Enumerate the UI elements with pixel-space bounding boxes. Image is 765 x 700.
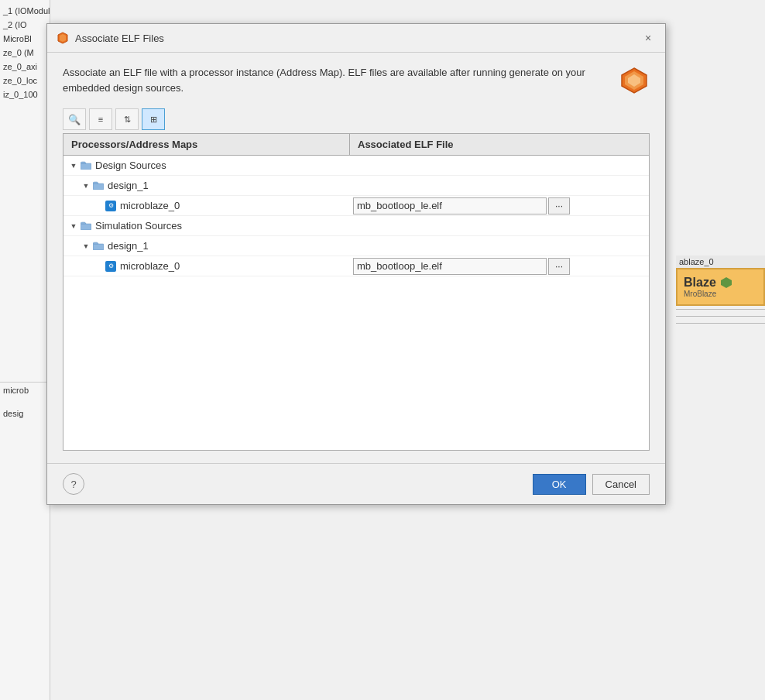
sidebar-microblaze-label: microb bbox=[0, 382, 50, 398]
microblaze0b-elf-cell: ··· bbox=[350, 258, 649, 275]
table-row: ▼ Design Sources bbox=[63, 156, 649, 176]
vivado-logo-icon bbox=[619, 65, 650, 96]
svg-rect-8 bbox=[81, 224, 91, 230]
design1b-folder-icon bbox=[93, 241, 104, 252]
footer-buttons: OK Cancel bbox=[533, 474, 650, 495]
microblaze0b-label: microblaze_0 bbox=[118, 260, 180, 272]
table-row: ▼ design_1 bbox=[63, 236, 649, 256]
browse-button-1[interactable]: ··· bbox=[548, 197, 570, 214]
sidebar-item-3: MicroBl bbox=[0, 32, 50, 46]
design-sources-expand[interactable]: ▼ bbox=[68, 160, 79, 171]
search-button[interactable]: 🔍 bbox=[63, 108, 86, 130]
design1b-cell: ▼ design_1 bbox=[63, 240, 350, 252]
cancel-button[interactable]: Cancel bbox=[592, 474, 650, 495]
design1a-cell: ▼ design_1 bbox=[63, 180, 350, 191]
design-sources-folder-icon bbox=[81, 160, 91, 171]
simulation-sources-folder-icon bbox=[81, 221, 91, 232]
microblaze0a-elf-cell: ··· bbox=[350, 197, 649, 214]
microblaze-card: Blaze MroBlaze bbox=[676, 268, 765, 306]
browse-button-2[interactable]: ··· bbox=[548, 258, 570, 275]
microblaze0b-cell: ⚙ microblaze_0 bbox=[63, 260, 350, 272]
elf-table: Processors/Address Maps Associated ELF F… bbox=[63, 133, 650, 451]
description-text: Associate an ELF file with a processor i… bbox=[63, 65, 606, 95]
table-row: ▼ design_1 bbox=[63, 176, 649, 196]
elf-input-wrapper-2: ··· bbox=[353, 258, 570, 275]
dialog-body: Associate an ELF file with a processor i… bbox=[47, 53, 665, 463]
right-panel-title: ablaze_0 bbox=[676, 256, 765, 268]
mb-card-logo-icon bbox=[719, 276, 733, 290]
simulation-sources-label: Simulation Sources bbox=[93, 220, 182, 232]
microblaze0b-processor-icon: ⚙ bbox=[105, 261, 116, 272]
mb-card-subtitle: MroBlaze bbox=[684, 290, 757, 298]
titlebar-left: Associate ELF Files bbox=[57, 32, 164, 44]
separator-lines bbox=[676, 309, 765, 324]
dialog-footer: ? OK Cancel bbox=[47, 463, 665, 504]
indent-2: ▼ design_1 bbox=[81, 180, 149, 191]
elf-input-1[interactable] bbox=[353, 197, 547, 214]
left-sidebar: _1 (IOModule:3.1) _2 (IO MicroBl ze_0 (M… bbox=[0, 0, 50, 700]
table-header: Processors/Address Maps Associated ELF F… bbox=[63, 134, 649, 156]
description-section: Associate an ELF file with a processor i… bbox=[63, 65, 650, 96]
simulation-sources-cell: ▼ Simulation Sources bbox=[63, 220, 350, 232]
expand-button[interactable]: ⇅ bbox=[115, 108, 139, 130]
design1b-label: design_1 bbox=[105, 240, 149, 252]
sep-line-2 bbox=[676, 316, 765, 317]
microblaze0a-cell: ⚙ microblaze_0 bbox=[63, 200, 350, 211]
elf-input-2[interactable] bbox=[353, 258, 547, 275]
sidebar-design-label: desig bbox=[0, 406, 50, 421]
svg-rect-6 bbox=[81, 163, 91, 170]
tree-area: ▼ Design Sources bbox=[63, 156, 649, 450]
indent-1b: ▼ Simulation Sources bbox=[68, 220, 182, 232]
toolbar: 🔍 ≡ ⇅ ⊞ bbox=[63, 108, 650, 130]
design-sources-cell: ▼ Design Sources bbox=[63, 160, 350, 171]
mb-card-title: Blaze bbox=[684, 276, 757, 290]
expand-icon: ⇅ bbox=[124, 115, 131, 125]
sidebar-item-7: iz_0_100 bbox=[0, 88, 50, 101]
elf-icon bbox=[57, 32, 69, 44]
microblaze0a-label: microblaze_0 bbox=[118, 200, 180, 211]
elf-input-wrapper-1: ··· bbox=[353, 197, 570, 214]
sidebar-item-6: ze_0_loc bbox=[0, 74, 50, 88]
collapse-button[interactable]: ≡ bbox=[89, 108, 112, 130]
close-button[interactable]: × bbox=[640, 30, 656, 46]
indent-1: ▼ Design Sources bbox=[68, 160, 166, 171]
simulation-sources-expand[interactable]: ▼ bbox=[68, 221, 79, 232]
table-row: ▼ Simulation Sources bbox=[63, 216, 649, 236]
dialog-title-icon bbox=[57, 32, 69, 44]
vivado-logo bbox=[619, 65, 650, 96]
collapse-icon: ≡ bbox=[98, 115, 103, 124]
dialog-titlebar: Associate ELF Files × bbox=[47, 24, 665, 53]
indent-2b: ▼ design_1 bbox=[81, 240, 149, 252]
sidebar-item-1: _1 (IOModule:3.1) bbox=[0, 4, 50, 18]
design-sources-label: Design Sources bbox=[93, 160, 166, 171]
help-button[interactable]: ? bbox=[63, 473, 84, 495]
svg-marker-0 bbox=[721, 277, 732, 288]
col2-header: Associated ELF File bbox=[350, 134, 649, 155]
svg-marker-2 bbox=[60, 34, 66, 42]
microblaze0a-processor-icon: ⚙ bbox=[105, 201, 116, 211]
ok-button[interactable]: OK bbox=[533, 474, 586, 495]
right-panel: ablaze_0 Blaze MroBlaze bbox=[676, 256, 765, 330]
col1-header: Processors/Address Maps bbox=[63, 134, 350, 155]
indent-3b: ⚙ microblaze_0 bbox=[93, 260, 180, 272]
svg-rect-7 bbox=[93, 184, 104, 190]
table-row: ⚙ microblaze_0 ··· bbox=[63, 256, 649, 276]
svg-rect-9 bbox=[93, 244, 104, 250]
design1a-expand[interactable]: ▼ bbox=[81, 180, 91, 191]
search-icon: 🔍 bbox=[68, 114, 81, 125]
associate-elf-dialog: Associate ELF Files × Associate an ELF f… bbox=[46, 23, 666, 505]
indent-3: ⚙ microblaze_0 bbox=[93, 200, 180, 211]
sidebar-item-4: ze_0 (M bbox=[0, 46, 50, 60]
design1b-expand[interactable]: ▼ bbox=[81, 241, 91, 252]
sep-line-3 bbox=[676, 323, 765, 324]
link-button[interactable]: ⊞ bbox=[142, 108, 165, 130]
sidebar-item-2: _2 (IO bbox=[0, 18, 50, 32]
sep-line-1 bbox=[676, 309, 765, 310]
dialog-title: Associate ELF Files bbox=[75, 33, 164, 44]
design1a-label: design_1 bbox=[105, 180, 149, 191]
table-row: ⚙ microblaze_0 ··· bbox=[63, 196, 649, 216]
link-icon: ⊞ bbox=[150, 115, 157, 125]
sidebar-item-5: ze_0_axi bbox=[0, 60, 50, 74]
design1a-folder-icon bbox=[93, 180, 104, 191]
